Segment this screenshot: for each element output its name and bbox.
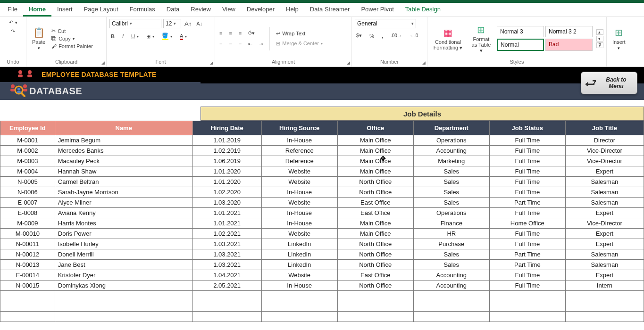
cell-hiring-date[interactable]: 1.02.2019: [192, 146, 261, 156]
clipboard-dialog-launcher[interactable]: ◢: [101, 60, 105, 65]
italic-button[interactable]: I: [121, 33, 125, 40]
cell-job-status[interactable]: Full Time: [489, 177, 565, 187]
cell-department[interactable]: Sales: [413, 198, 489, 208]
cut-button[interactable]: ✂Cut: [50, 27, 94, 34]
decrease-decimal-button[interactable]: ←.0: [408, 33, 419, 39]
merge-center-button[interactable]: ⊟Merge & Center▾: [275, 40, 324, 47]
bold-button[interactable]: B: [109, 33, 116, 40]
cell-hiring-source[interactable]: LinkedIn: [261, 260, 337, 270]
format-painter-button[interactable]: 🖌Format Painter: [50, 43, 94, 50]
fill-color-button[interactable]: 🪣▾: [160, 32, 174, 41]
cell-hiring-date[interactable]: 1.04.2021: [192, 270, 261, 280]
cell-hiring-date[interactable]: 2.05.2021: [192, 280, 261, 291]
cell-name[interactable]: Kristofer Dyer: [55, 270, 192, 280]
cell-department[interactable]: Finance: [413, 218, 489, 229]
cell-department[interactable]: Sales: [413, 249, 489, 260]
table-row[interactable]: M-0004Hannah Shaw1.01.2020WebsiteMain Of…: [0, 166, 644, 177]
paste-button[interactable]: 📋 Paste ▾: [29, 26, 48, 51]
underline-button[interactable]: U▾: [130, 33, 140, 40]
table-row[interactable]: M-00010Doris Power1.02.2021WebsiteMain O…: [0, 229, 644, 239]
cell-id[interactable]: N-00011: [0, 239, 55, 249]
cell-hiring-source[interactable]: LinkedIn: [261, 239, 337, 249]
tab-insert[interactable]: Insert: [51, 3, 78, 16]
cell-office[interactable]: East Office: [337, 270, 413, 280]
cell-office[interactable]: East Office: [337, 208, 413, 218]
table-row-empty[interactable]: [0, 291, 644, 301]
cell-job-title[interactable]: Vice-Director: [565, 156, 644, 166]
table-row[interactable]: N-00013Jane Best1.03.2021LinkedInNorth O…: [0, 260, 644, 270]
cell-department[interactable]: Accounting: [413, 270, 489, 280]
table-row[interactable]: M-0003Macauley Peck1.06.2019ReferenceMai…: [0, 156, 644, 166]
table-row[interactable]: N-0006Sarah-Jayne Morrison1.02.2020In-Ho…: [0, 187, 644, 198]
format-as-table-button[interactable]: ⊞ Format as Table ▾: [468, 23, 495, 54]
font-dialog-launcher[interactable]: ◢: [210, 60, 213, 65]
cell-job-title[interactable]: Director: [565, 135, 644, 146]
cell-department[interactable]: Marketing: [413, 156, 489, 166]
cell-name[interactable]: Dominykas Xiong: [55, 280, 192, 291]
styles-more[interactable]: ⊽: [596, 42, 603, 48]
currency-button[interactable]: $▾: [355, 32, 363, 39]
cell-job-status[interactable]: Home Office: [489, 218, 565, 229]
cell-name[interactable]: Isobelle Hurley: [55, 239, 192, 249]
table-row-empty[interactable]: [0, 301, 644, 312]
cell-hiring-date[interactable]: 1.02.2020: [192, 187, 261, 198]
cell-department[interactable]: Sales: [413, 177, 489, 187]
cell-hiring-date[interactable]: 1.03.2021: [192, 260, 261, 270]
cell-job-title[interactable]: Salesman: [565, 187, 644, 198]
cell-name[interactable]: Jane Best: [55, 260, 192, 270]
cell-name[interactable]: Carmel Beltran: [55, 177, 192, 187]
align-left-button[interactable]: ≡: [218, 41, 224, 47]
cell-office[interactable]: Main Office: [337, 146, 413, 156]
cell-department[interactable]: Operations: [413, 135, 489, 146]
cell-id[interactable]: N-0006: [0, 187, 55, 198]
cell-hiring-source[interactable]: Website: [261, 166, 337, 177]
table-row[interactable]: N-00011Isobelle Hurley1.03.2021LinkedInN…: [0, 239, 644, 249]
cell-office[interactable]: North Office: [337, 249, 413, 260]
cell-job-title[interactable]: Expert: [565, 229, 644, 239]
table-row[interactable]: N-0005Carmel Beltran1.01.2020WebsiteNort…: [0, 177, 644, 187]
number-format-select[interactable]: General▾: [355, 19, 416, 28]
cell-office[interactable]: Main Office: [337, 218, 413, 229]
col-job-status[interactable]: Job Status: [489, 121, 565, 135]
cell-hiring-date[interactable]: 1.01.2019: [192, 135, 261, 146]
comma-button[interactable]: ,: [380, 33, 385, 39]
cell-job-status[interactable]: Full Time: [489, 229, 565, 239]
copy-button[interactable]: ⿻Copy▾: [50, 35, 94, 42]
cell-job-status[interactable]: Part Time: [489, 249, 565, 260]
cell-hiring-date[interactable]: 1.06.2019: [192, 156, 261, 166]
cell-name[interactable]: Alyce Milner: [55, 198, 192, 208]
tab-page-layout[interactable]: Page Layout: [78, 3, 124, 16]
cell-job-status[interactable]: Part Time: [489, 198, 565, 208]
data-table[interactable]: Employee Id Name Hiring Date Hiring Sour…: [0, 121, 644, 322]
cell-job-title[interactable]: Salesman: [565, 249, 644, 260]
cell-department[interactable]: Sales: [413, 187, 489, 198]
align-top-button[interactable]: ≡: [218, 30, 224, 36]
style-normal-3-2[interactable]: Normal 3 2: [545, 26, 593, 37]
table-row[interactable]: M-0002Mercedes Banks1.02.2019ReferenceMa…: [0, 146, 644, 156]
cell-id[interactable]: N-0005: [0, 177, 55, 187]
tab-table-design[interactable]: Table Design: [400, 3, 446, 16]
tab-home[interactable]: Home: [23, 3, 51, 16]
cell-id[interactable]: M-0002: [0, 146, 55, 156]
cell-office[interactable]: North Office: [337, 187, 413, 198]
cell-id[interactable]: M-0009: [0, 218, 55, 229]
cell-job-status[interactable]: Part Time: [489, 260, 565, 270]
orientation-button[interactable]: ⥀▾: [247, 30, 256, 37]
increase-font-button[interactable]: A↑: [183, 20, 193, 28]
decrease-font-button[interactable]: A↓: [195, 20, 204, 27]
cell-job-title[interactable]: Expert: [565, 239, 644, 249]
cell-name[interactable]: Hannah Shaw: [55, 166, 192, 177]
cell-office[interactable]: North Office: [337, 280, 413, 291]
cell-name[interactable]: Aviana Kenny: [55, 208, 192, 218]
cell-hiring-source[interactable]: Website: [261, 270, 337, 280]
style-bad[interactable]: Bad: [545, 39, 593, 51]
cell-name[interactable]: Doris Power: [55, 229, 192, 239]
align-center-button[interactable]: ≡: [227, 41, 233, 47]
font-name-select[interactable]: Calibri▾: [109, 19, 161, 28]
cell-hiring-source[interactable]: In-House: [261, 187, 337, 198]
cell-id[interactable]: E-00014: [0, 270, 55, 280]
cell-job-status[interactable]: Full Time: [489, 146, 565, 156]
cell-job-title[interactable]: Intern: [565, 280, 644, 291]
insert-cells-button[interactable]: ⊞ Insert ▾: [610, 26, 628, 51]
table-row[interactable]: E-0007Alyce Milner1.03.2020WebsiteEast O…: [0, 198, 644, 208]
